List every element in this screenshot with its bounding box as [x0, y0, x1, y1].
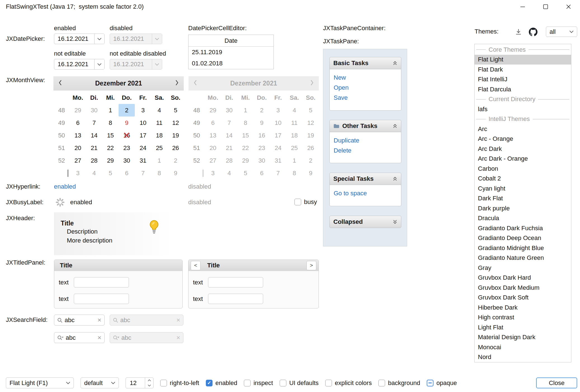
- calendar-cell[interactable]: 29: [102, 154, 119, 167]
- themes-list[interactable]: Core Themes Flat Light Flat Dark Flat In…: [474, 44, 571, 362]
- next-month-button[interactable]: [175, 80, 179, 87]
- busy-checkbox[interactable]: busy: [294, 198, 317, 206]
- download-themes-button[interactable]: [514, 27, 523, 36]
- clear-icon[interactable]: ✕: [97, 335, 102, 341]
- taskpane-link[interactable]: New: [334, 73, 397, 83]
- theme-list-item[interactable]: Cobalt 2: [475, 174, 571, 184]
- close-window-button[interactable]: [557, 0, 580, 13]
- calendar-cell[interactable]: 29: [70, 104, 86, 117]
- calendar-cell[interactable]: 10: [135, 117, 151, 129]
- clear-icon[interactable]: ✕: [97, 317, 102, 323]
- theme-list-item[interactable]: lafs: [475, 104, 571, 114]
- theme-list-item[interactable]: Light Flat: [475, 322, 571, 332]
- theme-list-item[interactable]: Gradianto Midnight Blue: [475, 243, 571, 253]
- calendar-cell[interactable]: 12: [168, 117, 184, 129]
- minimize-button[interactable]: [511, 0, 534, 13]
- calendar-cell[interactable]: 16: [119, 129, 135, 142]
- text-input[interactable]: [208, 277, 263, 288]
- calendar-cell[interactable]: 22: [102, 142, 119, 154]
- theme-list-item[interactable]: Arc: [475, 124, 571, 134]
- taskpane-link[interactable]: Delete: [334, 146, 397, 156]
- calendar-cell[interactable]: Fr.: [135, 92, 151, 104]
- calendar-cell[interactable]: 26: [168, 142, 184, 154]
- theme-list-item[interactable]: Material Design Dark: [475, 332, 571, 343]
- theme-list-item[interactable]: Current Directory: [475, 94, 571, 104]
- text-input[interactable]: [74, 294, 129, 304]
- calendar-cell[interactable]: 28: [86, 154, 102, 167]
- calendar-cell[interactable]: 18: [151, 129, 168, 142]
- font-size-spinner[interactable]: 12: [126, 377, 154, 388]
- spinner-down-button[interactable]: [145, 383, 153, 388]
- taskpane-link[interactable]: Save: [334, 93, 397, 103]
- theme-list-item[interactable]: Gradianto Nature Green: [475, 253, 571, 263]
- searchfield-with-menu[interactable]: ✕: [54, 332, 105, 343]
- theme-list-item[interactable]: Dark Flat: [475, 194, 571, 204]
- calendar-cell[interactable]: 24: [135, 142, 151, 154]
- theme-list-item[interactable]: Carbon: [475, 164, 571, 174]
- taskpane-link[interactable]: Open: [334, 83, 397, 93]
- theme-list-item[interactable]: Gradianto Dark Fuchsia: [475, 223, 571, 233]
- taskpane-link[interactable]: Go to space: [334, 188, 397, 198]
- calendar-cell[interactable]: 2: [119, 104, 135, 117]
- datepicker-dropdown-button[interactable]: [94, 59, 104, 69]
- option-checkbox[interactable]: background: [378, 379, 420, 387]
- calendar-cell[interactable]: 9: [168, 167, 184, 179]
- theme-list-item[interactable]: IntelliJ Themes: [475, 114, 571, 124]
- calendar-cell[interactable]: 30: [119, 154, 135, 167]
- calendar-cell[interactable]: 20: [70, 142, 86, 154]
- table-row[interactable]: 01.02.2018: [188, 58, 274, 69]
- search-input[interactable]: [66, 334, 95, 341]
- calendar-cell[interactable]: 19: [168, 129, 184, 142]
- table-column-header[interactable]: Date: [188, 35, 274, 47]
- calendar-cell[interactable]: 1: [151, 154, 168, 167]
- calendar-cell[interactable]: 30: [86, 104, 102, 117]
- calendar-cell[interactable]: 48: [53, 104, 70, 117]
- table-row[interactable]: 25.11.2019: [188, 47, 274, 58]
- titled-panel-next-button[interactable]: >: [306, 261, 316, 270]
- calendar-cell[interactable]: 5: [102, 167, 119, 179]
- taskpane-basic-header[interactable]: Basic Tasks: [329, 57, 401, 69]
- calendar-cell[interactable]: 4: [151, 104, 168, 117]
- taskpane-special-header[interactable]: Special Tasks: [329, 173, 401, 185]
- calendar-cell[interactable]: 3: [70, 167, 86, 179]
- maximize-button[interactable]: [534, 0, 557, 13]
- calendar-cell[interactable]: 2: [168, 154, 184, 167]
- calendar-cell[interactable]: 1: [102, 104, 119, 117]
- theme-list-item[interactable]: High contrast: [475, 313, 571, 323]
- datepicker-enabled[interactable]: 16.12.2021: [54, 34, 105, 44]
- calendar-cell[interactable]: 27: [70, 154, 86, 167]
- prev-month-button[interactable]: [58, 80, 62, 87]
- option-checkbox[interactable]: enabled: [206, 379, 237, 387]
- calendar-cell[interactable]: So.: [168, 92, 184, 104]
- theme-list-item[interactable]: Hiberbee Dark: [475, 303, 571, 313]
- theme-list-item[interactable]: Monocai: [475, 342, 571, 352]
- calendar-cell[interactable]: 51: [53, 142, 70, 154]
- calendar-cell[interactable]: 13: [70, 129, 86, 142]
- option-checkbox[interactable]: UI defaults: [280, 379, 319, 387]
- calendar-cell[interactable]: Di.: [86, 92, 102, 104]
- calendar-cell[interactable]: 15: [102, 129, 119, 142]
- calendar-cell[interactable]: 31: [135, 154, 151, 167]
- theme-list-item[interactable]: Flat Darcula: [475, 84, 571, 94]
- calendar-cell[interactable]: 11: [151, 117, 168, 129]
- theme-list-item[interactable]: Gray: [475, 263, 571, 273]
- calendar-cell[interactable]: 3: [135, 104, 151, 117]
- search-input[interactable]: [65, 317, 95, 324]
- theme-list-item[interactable]: Gruvbox Dark Medium: [475, 283, 571, 293]
- theme-list-item[interactable]: Nord: [475, 352, 571, 362]
- theme-list-item[interactable]: Flat IntelliJ: [475, 75, 571, 85]
- theme-list-item[interactable]: Gruvbox Dark Hard: [475, 273, 571, 283]
- theme-list-item[interactable]: Gruvbox Dark Soft: [475, 293, 571, 303]
- calendar-cell[interactable]: 4: [86, 167, 102, 179]
- datepicker-not-editable[interactable]: 16.12.2021: [54, 59, 105, 70]
- calendar-cell[interactable]: 6: [119, 167, 135, 179]
- calendar-cell[interactable]: 8: [102, 117, 119, 129]
- taskpane-link[interactable]: Duplicate: [334, 136, 397, 146]
- laf-combobox[interactable]: Flat Light (F1): [6, 377, 74, 388]
- calendar-cell[interactable]: 21: [86, 142, 102, 154]
- calendar-cell[interactable]: 23: [119, 142, 135, 154]
- calendar-cell[interactable]: Do.: [119, 92, 135, 104]
- calendar-cell[interactable]: Mo.: [70, 92, 86, 104]
- github-button[interactable]: [528, 27, 538, 37]
- close-button[interactable]: Close: [536, 377, 577, 388]
